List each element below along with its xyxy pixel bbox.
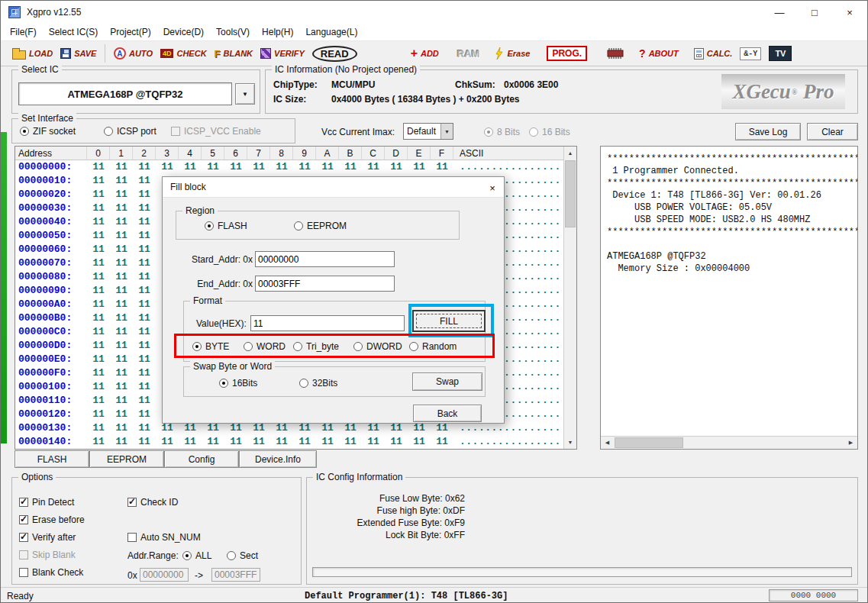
check-id-checkbox[interactable]: Check ID <box>127 497 178 508</box>
hex-byte-cell[interactable]: 11 <box>133 325 156 339</box>
hex-byte-cell[interactable]: 11 <box>133 421 156 435</box>
tab-flash[interactable]: FLASH <box>15 450 89 468</box>
hex-byte-cell[interactable]: 11 <box>385 435 408 449</box>
hex-byte-cell[interactable]: 11 <box>133 284 156 298</box>
hex-byte-cell[interactable]: 11 <box>87 298 110 311</box>
hex-byte-cell[interactable]: 11 <box>133 339 156 353</box>
hex-byte-cell[interactable]: 11 <box>87 229 110 243</box>
zif-socket-radio[interactable]: ZIF socket <box>20 126 76 137</box>
hex-byte-cell[interactable]: 11 <box>110 421 133 435</box>
tv-button[interactable]: TV <box>765 44 795 63</box>
menu-item[interactable]: Help(H) <box>256 24 299 40</box>
hex-byte-cell[interactable]: 11 <box>156 160 179 174</box>
hex-byte-cell[interactable]: 11 <box>133 256 156 270</box>
hex-byte-cell[interactable]: 11 <box>339 435 362 449</box>
menu-item[interactable]: Device(D) <box>157 24 210 40</box>
tab-device-info[interactable]: Device.Info <box>239 450 317 468</box>
hex-byte-cell[interactable]: 11 <box>133 270 156 284</box>
tri-byte-radio[interactable]: Tri_byte <box>293 341 339 352</box>
hex-byte-cell[interactable]: 11 <box>408 160 431 174</box>
vcc-imax-dropdown[interactable]: Default ▼ <box>403 123 453 140</box>
log-panel[interactable]: ****************************************… <box>600 146 858 450</box>
hex-byte-cell[interactable]: 11 <box>133 408 156 421</box>
load-button[interactable]: LOAD <box>8 47 56 61</box>
swap-button[interactable]: Swap <box>412 372 482 391</box>
verify-button[interactable]: VERIFY <box>257 47 308 60</box>
hex-byte-cell[interactable]: 11 <box>110 270 133 284</box>
menu-item[interactable]: Project(P) <box>104 24 156 40</box>
hex-byte-cell[interactable]: 11 <box>87 394 110 408</box>
menu-item[interactable]: Language(L) <box>299 24 363 40</box>
hex-byte-cell[interactable]: 11 <box>87 435 110 449</box>
hex-byte-cell[interactable]: 11 <box>133 353 156 366</box>
fill-button[interactable]: FILL <box>412 310 486 332</box>
tab-eeprom[interactable]: EEPROM <box>89 450 164 468</box>
hex-byte-cell[interactable]: 11 <box>110 284 133 298</box>
hex-byte-cell[interactable]: 11 <box>133 229 156 243</box>
hex-byte-cell[interactable]: 11 <box>87 243 110 256</box>
hex-byte-cell[interactable]: 11 <box>87 256 110 270</box>
pin-config-button[interactable]: &-Y <box>736 46 765 62</box>
hex-byte-cell[interactable]: 11 <box>87 174 110 188</box>
hex-byte-cell[interactable]: 11 <box>293 435 316 449</box>
hex-byte-cell[interactable]: 11 <box>133 215 156 229</box>
hex-byte-cell[interactable]: 11 <box>179 435 202 449</box>
range-all-radio[interactable]: ALL <box>182 550 211 561</box>
hex-byte-cell[interactable]: 11 <box>133 311 156 325</box>
hex-byte-cell[interactable]: 11 <box>87 311 110 325</box>
hex-byte-cell[interactable]: 11 <box>270 160 293 174</box>
hex-byte-cell[interactable]: 11 <box>110 380 133 394</box>
hex-byte-cell[interactable]: 11 <box>156 435 179 449</box>
hex-vertical-scrollbar[interactable]: ▲ ▼ <box>563 147 576 449</box>
save-log-button[interactable]: Save Log <box>735 123 801 140</box>
hex-byte-cell[interactable]: 11 <box>202 435 224 449</box>
32bits-swap-radio[interactable]: 32Bits <box>299 378 337 389</box>
hex-byte-cell[interactable]: 11 <box>133 394 156 408</box>
hex-byte-cell[interactable]: 11 <box>316 160 339 174</box>
hex-byte-cell[interactable]: 11 <box>224 435 247 449</box>
hex-byte-cell[interactable]: 11 <box>87 284 110 298</box>
hex-ascii-cell[interactable]: ................ <box>453 435 563 449</box>
hex-byte-cell[interactable]: 11 <box>110 339 133 353</box>
hex-byte-cell[interactable]: 11 <box>247 435 270 449</box>
hex-byte-cell[interactable]: 11 <box>87 325 110 339</box>
auto-sn-checkbox[interactable]: Auto SN_NUM <box>127 532 201 543</box>
hex-byte-cell[interactable]: 11 <box>247 160 270 174</box>
hex-byte-cell[interactable]: 11 <box>431 160 453 174</box>
hex-byte-cell[interactable]: 11 <box>133 366 156 380</box>
flash-radio[interactable]: FLASH <box>205 221 247 231</box>
hex-byte-cell[interactable]: 11 <box>110 256 133 270</box>
eeprom-radio[interactable]: EEPROM <box>294 221 347 231</box>
minimize-button[interactable]: — <box>762 1 797 24</box>
hex-byte-cell[interactable]: 11 <box>362 160 385 174</box>
hex-byte-cell[interactable]: 11 <box>110 353 133 366</box>
scrollbar-thumb[interactable] <box>565 160 576 227</box>
hex-byte-cell[interactable]: 11 <box>133 202 156 215</box>
hex-byte-cell[interactable]: 11 <box>431 435 453 449</box>
hex-byte-cell[interactable]: 11 <box>110 243 133 256</box>
hex-byte-cell[interactable]: 11 <box>87 202 110 215</box>
close-button[interactable]: × <box>832 1 867 24</box>
hex-byte-cell[interactable]: 11 <box>110 160 133 174</box>
ram-button[interactable]: RAM <box>453 47 484 61</box>
hex-byte-cell[interactable]: 11 <box>110 435 133 449</box>
hex-byte-cell[interactable]: 11 <box>133 435 156 449</box>
hex-byte-cell[interactable]: 11 <box>202 160 224 174</box>
auto-button[interactable]: AAUTO <box>110 46 156 61</box>
word-radio[interactable]: WORD <box>244 341 286 352</box>
hex-byte-cell[interactable]: 11 <box>87 215 110 229</box>
dialog-close-button[interactable]: × <box>486 181 499 195</box>
hex-byte-cell[interactable]: 11 <box>133 174 156 188</box>
device-dropdown-button[interactable]: ▼ <box>235 83 255 105</box>
hex-byte-cell[interactable]: 11 <box>133 188 156 202</box>
hex-byte-cell[interactable]: 11 <box>110 325 133 339</box>
verify-after-checkbox[interactable]: Verify after <box>19 532 76 543</box>
hex-byte-cell[interactable]: 11 <box>87 366 110 380</box>
blank-button[interactable]: FBLANK <box>211 47 257 61</box>
pin-detect-checkbox[interactable]: Pin Detect <box>19 497 74 508</box>
hex-byte-cell[interactable]: 11 <box>110 215 133 229</box>
scrollbar-thumb[interactable] <box>615 437 683 448</box>
save-button[interactable]: SAVE <box>56 47 100 60</box>
hex-byte-cell[interactable]: 11 <box>110 311 133 325</box>
prog-button[interactable]: PROG. <box>543 44 591 63</box>
